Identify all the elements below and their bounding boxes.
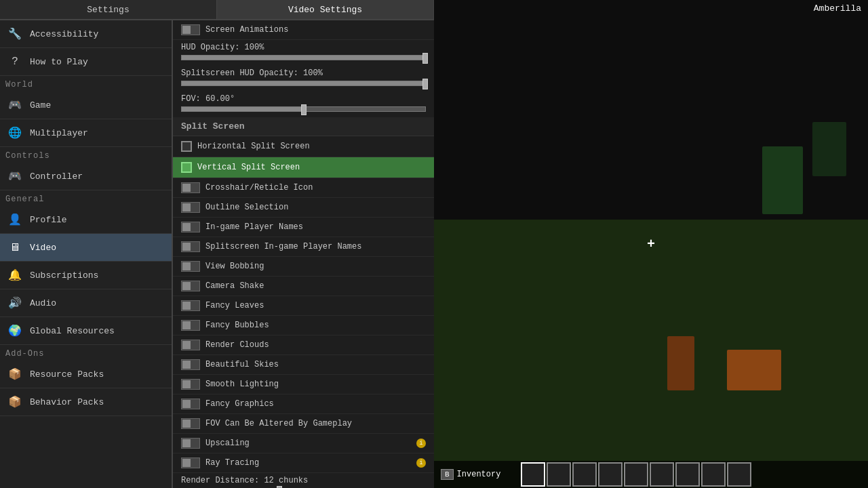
hotbar-slot-5[interactable]	[650, 462, 674, 487]
render-distance-container: Render Distance: 12 chunks	[173, 473, 434, 488]
screen-animations-toggle[interactable]	[181, 24, 200, 35]
splitscreen-hud-opacity-slider[interactable]	[181, 81, 426, 86]
camera-shake-row: Camera Shake	[173, 277, 434, 296]
upscaling-toggle[interactable]	[181, 438, 200, 449]
settings-panel: Settings Video Settings 🔧 Accessibility …	[0, 0, 434, 488]
player-names-row: In-game Player Names	[173, 218, 434, 237]
horizontal-split-option[interactable]: Horizontal Split Screen	[173, 136, 434, 157]
ray-tracing-info-icon[interactable]: i	[416, 458, 426, 468]
crosshair-label: Crosshair/Reticle Icon	[205, 183, 426, 192]
vertical-split-radio[interactable]	[181, 162, 192, 173]
hud-opacity-container: HUD Opacity: 100%	[173, 40, 434, 66]
profile-icon: 👤	[7, 211, 23, 228]
sidebar-item-resource-packs[interactable]: 📦 Resource Packs	[0, 361, 172, 388]
inventory-button[interactable]: B Inventory	[441, 469, 500, 480]
sidebar-item-audio[interactable]: 🔊 Audio	[0, 289, 172, 317]
ray-tracing-toggle[interactable]	[181, 458, 200, 468]
fancy-graphics-row: Fancy Graphics	[173, 394, 434, 414]
smooth-lighting-toggle[interactable]	[181, 379, 200, 390]
sidebar-item-how-to-play[interactable]: ? How to Play	[0, 48, 172, 76]
hotbar-slot-1[interactable]	[547, 462, 571, 487]
fancy-graphics-label: Fancy Graphics	[205, 399, 426, 409]
splitscreen-hud-opacity-label: Splitscreen HUD Opacity: 100%	[181, 68, 426, 78]
sidebar-item-behavior-packs[interactable]: 📦 Behavior Packs	[0, 388, 172, 416]
fancy-bubbles-toggle[interactable]	[181, 320, 200, 331]
sidebar: 🔧 Accessibility ? How to Play World 🎮 Ga…	[0, 20, 173, 488]
hud-opacity-label: HUD Opacity: 100%	[181, 43, 426, 52]
sidebar-item-controller[interactable]: 🎮 Controller	[0, 163, 172, 190]
hotbar-slot-4[interactable]	[624, 462, 648, 487]
sidebar-item-profile[interactable]: 👤 Profile	[0, 206, 172, 234]
fov-slider[interactable]	[181, 106, 426, 112]
main-settings: Screen Animations HUD Opacity: 100% Spli…	[173, 20, 434, 488]
hud-opacity-thumb[interactable]	[422, 53, 428, 64]
hotbar-slot-6[interactable]	[675, 462, 700, 487]
splitscreen-player-names-toggle[interactable]	[181, 241, 200, 252]
global-resources-icon: 🌍	[7, 323, 23, 339]
crosshair-toggle[interactable]	[181, 182, 200, 193]
tab-video-settings[interactable]: Video Settings	[217, 0, 434, 19]
inventory-label-text: Inventory	[457, 470, 501, 479]
upscaling-row: Upscaling i	[173, 434, 434, 453]
fov-thumb[interactable]	[301, 104, 307, 115]
outline-selection-row: Outline Selection	[173, 198, 434, 218]
camera-shake-toggle[interactable]	[181, 281, 200, 291]
render-clouds-row: Render Clouds	[173, 336, 434, 355]
sidebar-item-global-resources[interactable]: 🌍 Global Resources	[0, 317, 172, 345]
hud-opacity-slider[interactable]	[181, 55, 426, 60]
subscriptions-icon: 🔔	[7, 267, 23, 283]
sidebar-item-multiplayer[interactable]: 🌐 Multiplayer	[0, 119, 172, 147]
view-bobbing-row: View Bobbing	[173, 257, 434, 277]
tree	[762, 146, 803, 214]
header: Settings Video Settings	[0, 0, 434, 20]
player-names-toggle[interactable]	[181, 222, 200, 232]
fancy-leaves-toggle[interactable]	[181, 300, 200, 311]
resource-packs-icon: 📦	[7, 366, 23, 382]
hotbar-slot-2[interactable]	[572, 462, 597, 487]
fancy-bubbles-label: Fancy Bubbles	[205, 321, 426, 330]
vertical-split-option[interactable]: Vertical Split Screen	[173, 157, 434, 178]
sidebar-item-game[interactable]: 🎮 Game	[0, 92, 172, 119]
hotbar-slot-7[interactable]	[701, 462, 726, 487]
crosshair: +	[647, 237, 655, 252]
game-background: +	[434, 0, 868, 488]
tab-settings[interactable]: Settings	[0, 0, 217, 19]
inventory-key: B	[441, 469, 454, 480]
upscaling-label: Upscaling	[205, 439, 411, 448]
view-bobbing-label: View Bobbing	[205, 262, 426, 271]
ray-tracing-label: Ray Tracing	[205, 458, 411, 468]
render-distance-label: Render Distance: 12 chunks	[181, 476, 426, 485]
controller-icon: 🎮	[7, 168, 23, 184]
game-icon: 🎮	[7, 97, 23, 113]
screen-animations-row: Screen Animations	[173, 20, 434, 40]
world-section-label: World	[0, 76, 172, 92]
hotbar-slot-0[interactable]	[521, 462, 545, 487]
fov-container: FOV: 60.00°	[173, 92, 434, 117]
sidebar-item-accessibility[interactable]: 🔧 Accessibility	[0, 20, 172, 48]
addons-section-label: Add-Ons	[0, 345, 172, 361]
beautiful-skies-row: Beautiful Skies	[173, 355, 434, 375]
content-area: 🔧 Accessibility ? How to Play World 🎮 Ga…	[0, 20, 434, 488]
sidebar-item-subscriptions[interactable]: 🔔 Subscriptions	[0, 262, 172, 289]
view-bobbing-toggle[interactable]	[181, 261, 200, 272]
smooth-lighting-row: Smooth Lighting	[173, 375, 434, 394]
behavior-packs-icon: 📦	[7, 394, 23, 410]
render-clouds-toggle[interactable]	[181, 340, 200, 350]
splitscreen-hud-fill	[182, 81, 425, 85]
controls-section-label: Controls	[0, 147, 172, 163]
horizontal-split-radio[interactable]	[181, 141, 192, 152]
outline-selection-toggle[interactable]	[181, 202, 200, 213]
hotbar-slot-8[interactable]	[727, 462, 751, 487]
fancy-leaves-label: Fancy Leaves	[205, 301, 426, 310]
hotbar-slot-3[interactable]	[598, 462, 623, 487]
fov-altered-row: FOV Can Be Altered By Gameplay	[173, 414, 434, 434]
beautiful-skies-label: Beautiful Skies	[205, 360, 426, 369]
beautiful-skies-toggle[interactable]	[181, 359, 200, 370]
fancy-graphics-toggle[interactable]	[181, 399, 200, 409]
splitscreen-hud-thumb[interactable]	[422, 79, 428, 89]
fov-altered-toggle[interactable]	[181, 418, 200, 429]
tree2	[812, 122, 846, 176]
sidebar-item-video[interactable]: 🖥 Video	[0, 234, 172, 262]
crosshair-row: Crosshair/Reticle Icon	[173, 178, 434, 198]
upscaling-info-icon[interactable]: i	[416, 439, 426, 448]
